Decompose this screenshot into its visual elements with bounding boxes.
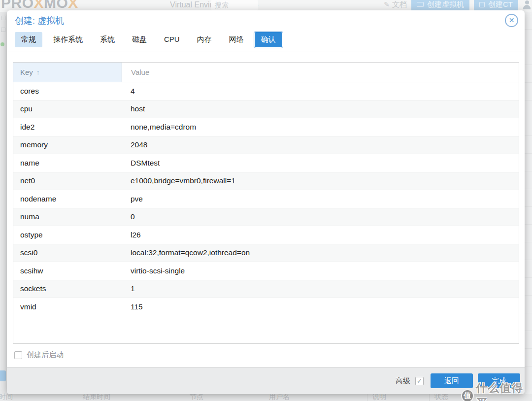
table-header-row: Key ↑ Value bbox=[13, 63, 519, 82]
wizard-tab[interactable]: 操作系统 bbox=[47, 32, 89, 47]
advanced-label: 高级 bbox=[396, 376, 410, 386]
table-row[interactable]: numa 0 bbox=[13, 208, 519, 227]
row-value: pve bbox=[121, 195, 519, 203]
row-key: numa bbox=[13, 212, 121, 221]
create-vm-button[interactable]: 创建虚拟机 bbox=[411, 0, 469, 11]
user-icon[interactable] bbox=[523, 0, 531, 9]
table-row[interactable]: scsi0 local:32,format=qcow2,iothread=on bbox=[13, 244, 519, 263]
proxmox-logo: PROXMOX bbox=[1, 0, 78, 11]
advanced-checkbox[interactable]: ✓ bbox=[415, 377, 424, 385]
document-icon: ✎ bbox=[384, 0, 390, 8]
row-key: vmid bbox=[13, 302, 121, 311]
wizard-tab-bar: 常规操作系统系统磁盘CPU内存网络确认 bbox=[7, 29, 525, 52]
row-value: host bbox=[121, 104, 519, 113]
table-row[interactable]: name DSMtest bbox=[13, 154, 519, 172]
background-tree-icon bbox=[1, 28, 5, 32]
create-ct-button[interactable]: 创建CT bbox=[474, 0, 518, 11]
wizard-tab[interactable]: 磁盘 bbox=[126, 32, 153, 47]
wizard-tab[interactable]: 常规 bbox=[15, 32, 42, 47]
table-row[interactable]: ostype l26 bbox=[13, 226, 519, 244]
finish-button[interactable]: 完成 bbox=[478, 373, 520, 388]
table-row[interactable]: cpu host bbox=[13, 100, 519, 119]
documentation-button[interactable]: ✎ 文档 bbox=[384, 0, 407, 9]
confirm-settings-table: Key ↑ Value cores 4 cpu host bbox=[13, 62, 519, 344]
search-input[interactable]: 搜索 bbox=[211, 0, 258, 10]
background-selected-item bbox=[0, 370, 6, 381]
table-row[interactable]: sockets 1 bbox=[13, 280, 519, 299]
wizard-tab[interactable]: 内存 bbox=[191, 32, 218, 47]
row-key: cpu bbox=[13, 104, 121, 113]
dialog-body: Key ↑ Value cores 4 cpu host bbox=[7, 52, 525, 360]
row-value: 4 bbox=[121, 87, 519, 96]
key-column-header[interactable]: Key ↑ bbox=[13, 63, 121, 82]
create-ct-label: 创建CT bbox=[488, 0, 513, 9]
background-tree-icon bbox=[1, 16, 5, 20]
row-key: ide2 bbox=[13, 123, 121, 132]
logo-text: MO bbox=[44, 0, 68, 11]
dialog-header: 创建: 虚拟机 ✕ bbox=[7, 10, 525, 29]
wizard-tab[interactable]: 系统 bbox=[94, 32, 121, 47]
create-vm-label: 创建虚拟机 bbox=[427, 0, 464, 9]
start-after-created-row: 创建后启动 bbox=[14, 350, 519, 360]
row-key: scsihw bbox=[13, 267, 121, 275]
row-value: virtio-scsi-single bbox=[121, 267, 519, 275]
value-column-header[interactable]: Value bbox=[121, 63, 519, 82]
start-after-created-checkbox[interactable] bbox=[14, 351, 22, 359]
background-status-dot bbox=[0, 42, 4, 46]
wizard-tab[interactable]: 网络 bbox=[223, 32, 250, 47]
logo-text: PRO bbox=[1, 0, 34, 11]
header-actions: ✎ 文档 创建虚拟机 创建CT bbox=[384, 0, 531, 11]
documentation-label: 文档 bbox=[392, 0, 407, 9]
wizard-tab[interactable]: CPU bbox=[158, 32, 186, 47]
row-key: net0 bbox=[13, 176, 121, 185]
row-key: ostype bbox=[13, 231, 121, 239]
row-value: 115 bbox=[121, 302, 519, 311]
table-row[interactable]: nodename pve bbox=[13, 190, 519, 208]
start-after-created-label: 创建后启动 bbox=[27, 350, 64, 360]
row-value: 1 bbox=[121, 284, 519, 293]
dialog-title: 创建: 虚拟机 bbox=[15, 16, 64, 26]
table-row[interactable]: scsihw virtio-scsi-single bbox=[13, 262, 519, 280]
row-key: name bbox=[13, 159, 121, 167]
proxmox-page: PROXMOX Virtual Environment 8.1.4 搜索 ✎ 文… bbox=[0, 0, 532, 401]
table-row[interactable]: net0 e1000,bridge=vmbr0,firewall=1 bbox=[13, 172, 519, 191]
row-value: e1000,bridge=vmbr0,firewall=1 bbox=[121, 176, 519, 185]
create-vm-dialog: 创建: 虚拟机 ✕ 常规操作系统系统磁盘CPU内存网络确认 Key ↑ Valu… bbox=[7, 10, 525, 394]
row-value: l26 bbox=[121, 231, 519, 239]
table-row[interactable]: vmid 115 bbox=[13, 298, 519, 316]
monitor-icon bbox=[417, 2, 424, 7]
row-key: memory bbox=[13, 140, 121, 149]
wizard-tab[interactable]: 确认 bbox=[255, 32, 282, 47]
row-value: local:32,format=qcow2,iothread=on bbox=[121, 248, 519, 257]
table-row[interactable]: memory 2048 bbox=[13, 136, 519, 155]
table-row[interactable]: cores 4 bbox=[13, 82, 519, 100]
back-button[interactable]: 返回 bbox=[431, 373, 473, 388]
background-panel-edge bbox=[525, 12, 532, 394]
dialog-footer: 高级 ✓ 返回 完成 bbox=[7, 367, 525, 394]
row-value: 0 bbox=[121, 212, 519, 221]
row-value: none,media=cdrom bbox=[121, 123, 519, 132]
sort-ascending-icon: ↑ bbox=[36, 68, 40, 76]
value-header-label: Value bbox=[131, 68, 149, 76]
row-key: sockets bbox=[13, 284, 121, 293]
close-icon[interactable]: ✕ bbox=[505, 14, 518, 27]
logo-x-icon: X bbox=[68, 0, 78, 11]
table-row[interactable]: ide2 none,media=cdrom bbox=[13, 118, 519, 136]
row-key: nodename bbox=[13, 195, 121, 203]
row-key: scsi0 bbox=[13, 248, 121, 257]
key-header-label: Key bbox=[20, 68, 33, 76]
container-icon bbox=[479, 2, 485, 7]
row-key: cores bbox=[13, 87, 121, 96]
row-value: DSMtest bbox=[121, 159, 519, 167]
logo-x-icon: X bbox=[34, 0, 44, 11]
row-value: 2048 bbox=[121, 140, 519, 149]
